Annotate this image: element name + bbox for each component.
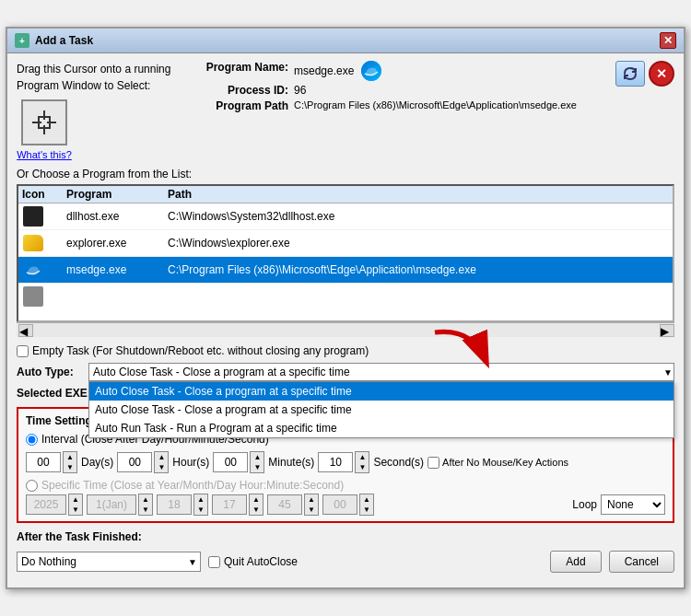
- second-spinbox[interactable]: ▲ ▼: [322, 494, 374, 516]
- cancel-button[interactable]: Cancel: [609, 551, 674, 573]
- path-cell: C:\Windows\System32\dllhost.exe: [168, 210, 669, 223]
- auto-type-dropdown[interactable]: Auto Close Task - Close a program at a s…: [88, 363, 674, 381]
- loop-label: Loop: [572, 498, 597, 511]
- second-down[interactable]: ▼: [360, 505, 373, 515]
- horizontal-scrollbar[interactable]: ◀ ▶: [17, 322, 674, 337]
- auto-type-select[interactable]: Auto Close Task - Close a program at a s…: [88, 363, 674, 381]
- add-button[interactable]: Add: [550, 551, 601, 573]
- minutes-input[interactable]: [213, 452, 248, 472]
- specific-time-radio[interactable]: [26, 480, 38, 492]
- program-cell: explorer.exe: [66, 237, 168, 250]
- hour-down[interactable]: ▼: [250, 505, 263, 515]
- minutes-down[interactable]: ▼: [251, 462, 264, 472]
- hour-spinbox[interactable]: ▲ ▼: [212, 494, 264, 516]
- after-no-mouse-checkbox[interactable]: [427, 457, 439, 469]
- explorer-icon: [23, 235, 43, 251]
- year-input[interactable]: [26, 494, 66, 515]
- seconds-up[interactable]: ▲: [356, 452, 369, 462]
- days-spinbox[interactable]: ▲ ▼: [26, 451, 77, 473]
- hour-input[interactable]: [212, 494, 247, 515]
- day-up[interactable]: ▲: [194, 494, 207, 505]
- dllhost-icon: [23, 206, 43, 227]
- minutes-up[interactable]: ▲: [251, 452, 264, 462]
- minute-up[interactable]: ▲: [305, 494, 318, 505]
- seconds-unit: Second(s): [373, 456, 424, 469]
- drag-instruction: Drag this Cursor onto a running Program …: [17, 61, 182, 94]
- delete-button[interactable]: ✕: [649, 61, 674, 87]
- interval-radio[interactable]: [26, 434, 38, 446]
- day-spinbox[interactable]: ▲ ▼: [157, 494, 208, 516]
- hours-spinbox[interactable]: ▲ ▼: [117, 451, 169, 473]
- scroll-left-btn[interactable]: ◀: [18, 324, 33, 337]
- after-task-select[interactable]: Do Nothing RestartShutdownLog Off: [17, 552, 201, 572]
- title-bar: + Add a Task ✕: [7, 29, 684, 53]
- hours-unit: Hour(s): [172, 456, 209, 469]
- window-title: Add a Task: [35, 34, 93, 47]
- selected-exe-label: Selected EXE:: [17, 387, 91, 400]
- whats-this-link[interactable]: What's this?: [17, 149, 72, 160]
- minutes-unit: Minute(s): [268, 456, 314, 469]
- edge-icon: [361, 61, 381, 81]
- path-value: C:\Program Files (x86)\Microsoft\Edge\Ap…: [294, 99, 577, 110]
- minute-input[interactable]: [267, 494, 302, 515]
- auto-type-row: Auto Type: Auto Close Task - Close a pro…: [17, 363, 674, 381]
- month-down[interactable]: ▼: [139, 505, 152, 515]
- dropdown-option[interactable]: Auto Close Task - Close a program at a s…: [89, 401, 673, 419]
- msedge-icon: [23, 260, 43, 280]
- day-input[interactable]: [157, 494, 192, 515]
- days-down[interactable]: ▼: [64, 462, 76, 472]
- dropdown-option[interactable]: Auto Run Task - Run a Program at a speci…: [89, 419, 673, 437]
- minutes-spinbox[interactable]: ▲ ▼: [213, 451, 264, 473]
- scroll-right-btn[interactable]: ▶: [660, 324, 674, 337]
- quit-autoclose-checkbox[interactable]: [208, 556, 220, 568]
- hours-input[interactable]: [117, 452, 152, 472]
- second-up[interactable]: ▲: [360, 494, 373, 505]
- seconds-spinbox[interactable]: ▲ ▼: [318, 451, 369, 473]
- year-up[interactable]: ▲: [69, 494, 82, 505]
- auto-type-label: Auto Type:: [17, 366, 81, 378]
- days-up[interactable]: ▲: [64, 452, 76, 462]
- days-input[interactable]: [26, 452, 61, 472]
- list-item[interactable]: msedge.exe C:\Program Files (x86)\Micros…: [18, 257, 673, 284]
- program-cell: msedge.exe: [66, 263, 168, 276]
- list-item[interactable]: dllhost.exe C:\Windows\System32\dllhost.…: [18, 203, 673, 230]
- minute-spinbox[interactable]: ▲ ▼: [267, 494, 319, 516]
- refresh-button[interactable]: [615, 61, 645, 87]
- hours-up[interactable]: ▲: [155, 452, 168, 462]
- after-task-label: After the Task Finished:: [17, 530, 142, 543]
- seconds-input[interactable]: [318, 452, 353, 472]
- list-item[interactable]: [18, 284, 673, 309]
- month-spinbox[interactable]: ▲ ▼: [87, 494, 153, 516]
- year-down[interactable]: ▼: [69, 505, 82, 515]
- col-icon: Icon: [22, 188, 66, 201]
- empty-task-row: Empty Task (For Shutdown/Reboot etc. wit…: [17, 344, 674, 357]
- col-program: Program: [66, 188, 168, 201]
- close-button[interactable]: ✕: [660, 32, 676, 49]
- dropdown-option[interactable]: Auto Close Task - Close a program at a s…: [89, 382, 673, 401]
- day-down[interactable]: ▼: [194, 505, 207, 515]
- program-name-label: Program Name:: [201, 61, 288, 74]
- second-input[interactable]: [322, 494, 357, 515]
- seconds-down[interactable]: ▼: [356, 462, 369, 472]
- list-item[interactable]: explorer.exe C:\Windows\explorer.exe: [18, 230, 673, 257]
- after-task-dropdown[interactable]: Do Nothing RestartShutdownLog Off ▼: [17, 552, 201, 572]
- loop-select[interactable]: None 12510: [601, 494, 665, 515]
- add-task-window: + Add a Task ✕ Drag this Cursor onto a r…: [6, 27, 685, 589]
- month-input[interactable]: [87, 494, 136, 515]
- hours-down[interactable]: ▼: [155, 462, 168, 472]
- list-choose-label: Or Choose a Program from the List:: [17, 168, 674, 180]
- hour-up[interactable]: ▲: [250, 494, 263, 505]
- path-cell: C:\Windows\explorer.exe: [168, 237, 669, 250]
- year-spinbox[interactable]: ▲ ▼: [26, 494, 83, 516]
- minute-down[interactable]: ▼: [305, 505, 318, 515]
- auto-type-dropdown-open[interactable]: Auto Close Task - Close a program at a s…: [88, 381, 674, 438]
- empty-task-label: Empty Task (For Shutdown/Reboot etc. wit…: [32, 344, 369, 357]
- after-task-row: After the Task Finished:: [17, 530, 674, 543]
- generic-icon: [23, 286, 43, 307]
- days-unit: Day(s): [81, 456, 113, 469]
- quit-autoclose-label: Quit AutoClose: [208, 555, 298, 568]
- empty-task-checkbox[interactable]: [17, 345, 29, 357]
- month-up[interactable]: ▲: [139, 494, 152, 505]
- cursor-drag-icon[interactable]: [21, 99, 67, 145]
- program-list[interactable]: Icon Program Path dllhost.exe C:\Windows…: [17, 184, 674, 322]
